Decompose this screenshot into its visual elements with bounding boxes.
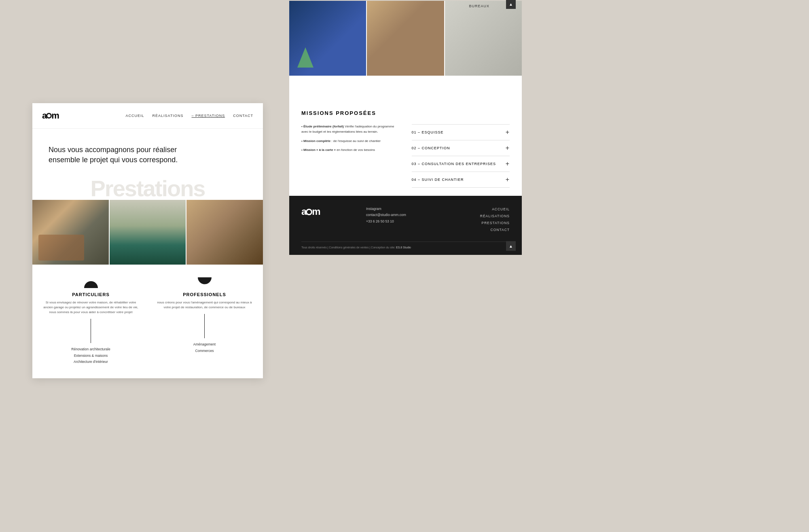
mission-number-3: 04 – SUIVI DE CHANTIER	[412, 178, 464, 182]
footer-logo-area: am	[301, 206, 354, 220]
link-amenagement[interactable]: Aménagement	[193, 341, 216, 348]
mission-number-2: 03 – CONSULTATION DES ENTREPRISES	[412, 162, 496, 166]
categories-section: PARTICULIERS Si vous envisagez de rénove…	[32, 265, 263, 373]
wood-image	[186, 200, 263, 265]
footer-nav-contact[interactable]: CONTACT	[457, 227, 510, 233]
nav-accueil[interactable]: ACCUEIL	[126, 114, 144, 118]
hero-heading: Nous vous accompagnons pour réaliser ens…	[49, 145, 178, 165]
nav-contact[interactable]: CONTACT	[233, 114, 253, 118]
professionels-icon-wrap	[197, 273, 213, 289]
mission-text-2: en fonction de vos besoins	[337, 148, 375, 152]
category-professionels: PROFESSIONELS nous créons pour vous l'am…	[156, 273, 253, 365]
scroll-up-arrow[interactable]: ▲	[506, 0, 516, 9]
particuliers-links: Rénovation architecturale Extensions & m…	[71, 346, 110, 365]
plant-image	[110, 200, 186, 265]
mission-desc-1: • Mission complète : de l'esquisse au su…	[301, 139, 400, 144]
footer-phone: +33 6 26 50 53 10	[366, 219, 394, 223]
mission-expand-2[interactable]: +	[506, 160, 510, 167]
footer-logo-o	[306, 209, 312, 215]
missions-content-area: MISSIONS PROPOSÉES • Étude préliminaire …	[289, 98, 522, 196]
mission-label-1: • Mission complète	[301, 139, 330, 143]
mission-text-1: : de l'esquisse au suivi de chantier	[331, 139, 381, 143]
mission-expand-3[interactable]: +	[506, 176, 510, 183]
logo: am	[42, 110, 59, 121]
nav-realisations[interactable]: RÉALISATIONS	[152, 114, 184, 118]
watermark-text: Prestations	[32, 177, 263, 200]
footer-navigation: ACCUEIL RÉALISATIONS PRESTATIONS CONTACT	[457, 206, 510, 233]
missions-grid: • Étude préliminaire (forfait) Vérifie l…	[301, 124, 510, 188]
professionels-desc: nous créons pour vous l'aménagement qui …	[156, 300, 253, 310]
footer-section: am Instagram contact@studio-amm.com +33 …	[289, 196, 522, 255]
image-wood	[186, 200, 263, 265]
right-top-section: Bureaux ▲	[289, 1, 522, 98]
mission-row-2: 03 – CONSULTATION DES ENTREPRISES +	[412, 156, 510, 172]
arch-up-icon	[84, 273, 98, 288]
link-renovation[interactable]: Rénovation architecturale	[71, 346, 110, 352]
missions-list: 01 – ESQUISSE + 02 – CONCEPTION +	[412, 124, 510, 188]
footer-nav-prestations[interactable]: PRESTATIONS	[457, 220, 510, 227]
footer-email[interactable]: contact@studio-amm.com	[366, 213, 406, 217]
particuliers-icon-wrap	[83, 273, 99, 289]
image-plant	[110, 200, 186, 265]
mission-desc-2: • Mission « à la carte » en fonction de …	[301, 148, 400, 153]
footer-nav-accueil[interactable]: ACCUEIL	[457, 206, 510, 213]
footer-nav-realisations[interactable]: RÉALISATIONS	[457, 213, 510, 220]
image-sofa	[32, 200, 109, 265]
footer-legal-text: Tous droits réservés | Conditions généra…	[301, 246, 395, 249]
link-architecture[interactable]: Architecture d'intérieur	[71, 359, 110, 365]
right-images	[289, 1, 522, 76]
mission-row-0: 01 – ESQUISSE +	[412, 124, 510, 140]
missions-title: MISSIONS PROPOSÉES	[301, 110, 510, 116]
footer-grid: am Instagram contact@studio-amm.com +33 …	[301, 206, 510, 233]
mission-label-2: • Mission « à la carte »	[301, 148, 336, 152]
right-image-2	[367, 1, 444, 76]
missions-description: • Étude préliminaire (forfait) Vérifie l…	[301, 124, 400, 188]
mission-expand-1[interactable]: +	[506, 144, 510, 152]
left-navbar: am ACCUEIL RÉALISATIONS – PRESTATIONS CO…	[32, 103, 263, 129]
mission-row-1: 02 – CONCEPTION +	[412, 140, 510, 156]
professionels-title: PROFESSIONELS	[183, 292, 226, 297]
professionels-links: Aménagement Commerces	[193, 341, 216, 354]
link-extensions[interactable]: Extensions & maisons	[71, 353, 110, 359]
footer-contact-info: Instagram contact@studio-amm.com +33 6 2…	[366, 206, 445, 225]
nav-prestations[interactable]: – PRESTATIONS	[191, 114, 225, 118]
footer-logo: am	[301, 206, 354, 217]
link-commerces[interactable]: Commerces	[193, 348, 216, 354]
right-image-3	[445, 1, 522, 76]
professionels-divider	[204, 314, 205, 338]
logo-o-char	[46, 113, 52, 119]
hero-section: Nous vous accompagnons pour réaliser ens…	[32, 129, 263, 173]
mission-number-1: 02 – CONCEPTION	[412, 146, 450, 150]
particuliers-divider	[91, 319, 91, 343]
arch-down-icon	[197, 273, 212, 288]
particuliers-desc: Si vous envisagez de rénover votre maiso…	[42, 300, 140, 315]
nav-links: ACCUEIL RÉALISATIONS – PRESTATIONS CONTA…	[126, 114, 253, 118]
footer-legal: Tous droits réservés | Conditions généra…	[301, 242, 510, 249]
category-particuliers: PARTICULIERS Si vous envisagez de rénove…	[42, 273, 140, 365]
mission-number-0: 01 – ESQUISSE	[412, 130, 444, 134]
right-page-panel: Bureaux ▲ MISSIONS PROPOSÉES • Étude pré…	[289, 0, 522, 532]
scroll-up-bottom-arrow[interactable]: ▲	[506, 241, 516, 251]
left-page-panel: am ACCUEIL RÉALISATIONS – PRESTATIONS CO…	[32, 103, 263, 378]
hero-images	[32, 200, 263, 265]
sofa-image	[32, 200, 109, 265]
mission-label-0: • Étude préliminaire (forfait)	[301, 125, 344, 128]
particuliers-title: PARTICULIERS	[72, 292, 109, 297]
mission-desc-0: • Étude préliminaire (forfait) Vérifie l…	[301, 124, 400, 135]
missions-section: MISSIONS PROPOSÉES • Étude préliminaire …	[289, 98, 522, 255]
footer-studio-link[interactable]: ES.8 Studio	[396, 246, 411, 249]
mission-row-3: 04 – SUIVI DE CHANTIER +	[412, 172, 510, 188]
mission-expand-0[interactable]: +	[506, 129, 510, 136]
bureaux-label: Bureaux	[469, 4, 489, 8]
right-image-1	[289, 1, 366, 76]
footer-instagram[interactable]: Instagram	[366, 206, 445, 212]
